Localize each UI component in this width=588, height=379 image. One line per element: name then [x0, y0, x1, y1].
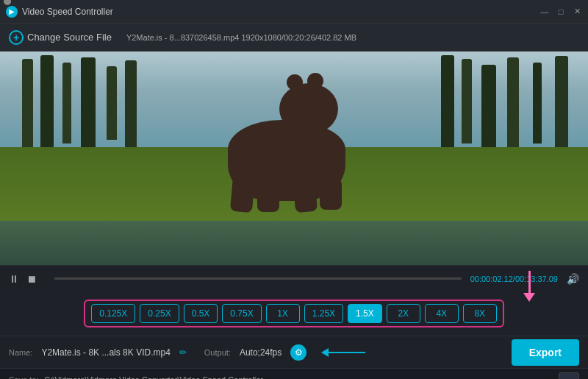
- file-name-value: Y2Mate.is - 8K ...als 8K VID.mp4: [41, 347, 170, 358]
- speed-8x-button[interactable]: 8X: [463, 304, 497, 323]
- timeline-bar: ⏸ ⏹ 00:00:02.12/00:13:37.09 🔊: [0, 265, 588, 291]
- speed-4x-button[interactable]: 4X: [425, 304, 459, 323]
- arrow-indicator: [321, 348, 365, 357]
- speed-1x-button[interactable]: 1X: [266, 304, 300, 323]
- play-button[interactable]: ⏸: [9, 273, 19, 285]
- arrow-head-left: [321, 348, 329, 357]
- title-bar: ▶ Video Speed Controller — □ ✕: [0, 0, 588, 24]
- video-area: [0, 52, 588, 265]
- speed-075-button[interactable]: 0.75X: [222, 304, 261, 323]
- app-icon: ▶: [6, 6, 18, 18]
- speed-0125-button[interactable]: 0.125X: [91, 304, 135, 323]
- title-left: ▶ Video Speed Controller: [6, 6, 113, 18]
- window-controls: — □ ✕: [539, 7, 582, 17]
- save-label: Save to:: [9, 375, 38, 380]
- timeline-playhead[interactable]: [4, 0, 11, 5]
- output-settings-button[interactable]: ⚙: [290, 344, 306, 361]
- bottom-bar: Name: Y2Mate.is - 8K ...als 8K VID.mp4 ✏…: [0, 336, 588, 368]
- speed-15-button[interactable]: 1.5X: [348, 304, 382, 323]
- speed-125-button[interactable]: 1.25X: [304, 304, 343, 323]
- save-more-button[interactable]: ...: [559, 372, 579, 380]
- stop-button[interactable]: ⏹: [26, 273, 37, 285]
- down-arrow-shaft: [528, 271, 531, 293]
- down-arrow-head: [523, 293, 535, 302]
- save-path: C:\Vidmore\Vidmore Video Converter\Video…: [44, 375, 553, 380]
- speed-05-button[interactable]: 0.5X: [184, 304, 218, 323]
- bear: [213, 91, 360, 201]
- title-text: Video Speed Controller: [22, 7, 113, 17]
- change-source-button[interactable]: + Change Source File: [9, 30, 112, 45]
- time-display: 00:00:02.12/00:13:37.09: [470, 274, 558, 283]
- save-bar: Save to: C:\Vidmore\Vidmore Video Conver…: [0, 368, 588, 379]
- video-thumbnail: [0, 52, 588, 265]
- file-info: Y2Mate.is - 8...837026458.mp4 1920x1080/…: [126, 33, 356, 42]
- toolbar: + Change Source File Y2Mate.is - 8...837…: [0, 24, 588, 52]
- close-button[interactable]: ✕: [572, 7, 582, 17]
- export-button[interactable]: Export: [512, 339, 579, 366]
- volume-button[interactable]: 🔊: [567, 273, 579, 285]
- minimize-button[interactable]: —: [539, 7, 550, 17]
- down-arrow-indicator: [523, 271, 535, 302]
- timeline-track[interactable]: [54, 277, 462, 280]
- speed-2x-button[interactable]: 2X: [387, 304, 420, 323]
- name-label: Name:: [9, 348, 32, 357]
- speed-controls: 0.125X 0.25X 0.5X 0.75X 1X 1.25X 1.5X 2X…: [0, 291, 588, 336]
- output-label: Output:: [204, 348, 231, 357]
- edit-name-icon[interactable]: ✏: [179, 347, 187, 358]
- speed-025-button[interactable]: 0.25X: [140, 304, 179, 323]
- change-source-label: Change Source File: [27, 32, 112, 43]
- output-value: Auto;24fps: [240, 347, 282, 358]
- maximize-button[interactable]: □: [556, 7, 566, 17]
- arrow-shaft: [329, 352, 365, 353]
- add-icon: +: [9, 30, 24, 45]
- speed-box: 0.125X 0.25X 0.5X 0.75X 1X 1.25X 1.5X 2X…: [84, 300, 504, 327]
